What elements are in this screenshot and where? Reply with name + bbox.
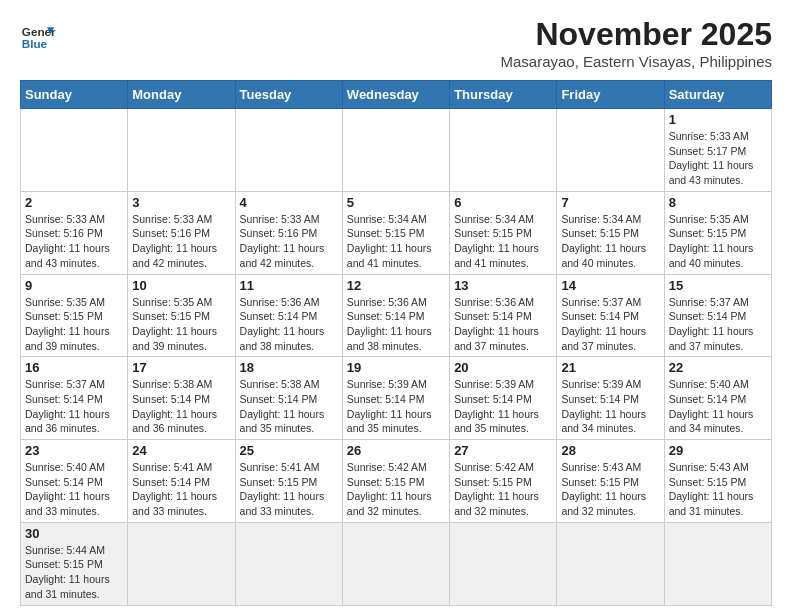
- day-info: Sunrise: 5:33 AMSunset: 5:17 PMDaylight:…: [669, 129, 767, 188]
- calendar-week-row: 2Sunrise: 5:33 AMSunset: 5:16 PMDaylight…: [21, 191, 772, 274]
- day-number: 7: [561, 195, 659, 210]
- day-info: Sunrise: 5:36 AMSunset: 5:14 PMDaylight:…: [454, 295, 552, 354]
- day-number: 8: [669, 195, 767, 210]
- calendar-day-cell: 23Sunrise: 5:40 AMSunset: 5:14 PMDayligh…: [21, 440, 128, 523]
- calendar-day-cell: 30Sunrise: 5:44 AMSunset: 5:15 PMDayligh…: [21, 522, 128, 605]
- calendar-day-cell: [664, 522, 771, 605]
- day-info: Sunrise: 5:42 AMSunset: 5:15 PMDaylight:…: [454, 460, 552, 519]
- calendar-week-row: 23Sunrise: 5:40 AMSunset: 5:14 PMDayligh…: [21, 440, 772, 523]
- calendar-day-cell: 21Sunrise: 5:39 AMSunset: 5:14 PMDayligh…: [557, 357, 664, 440]
- day-number: 4: [240, 195, 338, 210]
- day-number: 25: [240, 443, 338, 458]
- day-info: Sunrise: 5:43 AMSunset: 5:15 PMDaylight:…: [561, 460, 659, 519]
- calendar-day-cell: 4Sunrise: 5:33 AMSunset: 5:16 PMDaylight…: [235, 191, 342, 274]
- calendar-day-cell: 20Sunrise: 5:39 AMSunset: 5:14 PMDayligh…: [450, 357, 557, 440]
- day-info: Sunrise: 5:41 AMSunset: 5:15 PMDaylight:…: [240, 460, 338, 519]
- day-info: Sunrise: 5:34 AMSunset: 5:15 PMDaylight:…: [561, 212, 659, 271]
- calendar-day-cell: [235, 522, 342, 605]
- day-info: Sunrise: 5:39 AMSunset: 5:14 PMDaylight:…: [561, 377, 659, 436]
- day-number: 3: [132, 195, 230, 210]
- day-info: Sunrise: 5:40 AMSunset: 5:14 PMDaylight:…: [669, 377, 767, 436]
- calendar-day-cell: 25Sunrise: 5:41 AMSunset: 5:15 PMDayligh…: [235, 440, 342, 523]
- calendar-day-cell: 7Sunrise: 5:34 AMSunset: 5:15 PMDaylight…: [557, 191, 664, 274]
- calendar-day-cell: 13Sunrise: 5:36 AMSunset: 5:14 PMDayligh…: [450, 274, 557, 357]
- calendar-week-row: 1Sunrise: 5:33 AMSunset: 5:17 PMDaylight…: [21, 109, 772, 192]
- calendar-day-cell: [557, 109, 664, 192]
- calendar-day-cell: 1Sunrise: 5:33 AMSunset: 5:17 PMDaylight…: [664, 109, 771, 192]
- day-info: Sunrise: 5:35 AMSunset: 5:15 PMDaylight:…: [25, 295, 123, 354]
- calendar-day-cell: [557, 522, 664, 605]
- day-number: 6: [454, 195, 552, 210]
- calendar-day-cell: 28Sunrise: 5:43 AMSunset: 5:15 PMDayligh…: [557, 440, 664, 523]
- day-number: 28: [561, 443, 659, 458]
- calendar-day-cell: 14Sunrise: 5:37 AMSunset: 5:14 PMDayligh…: [557, 274, 664, 357]
- weekday-header: Sunday: [21, 81, 128, 109]
- calendar-day-cell: 9Sunrise: 5:35 AMSunset: 5:15 PMDaylight…: [21, 274, 128, 357]
- day-info: Sunrise: 5:43 AMSunset: 5:15 PMDaylight:…: [669, 460, 767, 519]
- day-info: Sunrise: 5:40 AMSunset: 5:14 PMDaylight:…: [25, 460, 123, 519]
- weekday-header: Wednesday: [342, 81, 449, 109]
- day-number: 20: [454, 360, 552, 375]
- day-number: 5: [347, 195, 445, 210]
- day-number: 10: [132, 278, 230, 293]
- logo: General Blue: [20, 20, 56, 56]
- day-info: Sunrise: 5:36 AMSunset: 5:14 PMDaylight:…: [347, 295, 445, 354]
- calendar-day-cell: [342, 522, 449, 605]
- day-number: 2: [25, 195, 123, 210]
- day-info: Sunrise: 5:35 AMSunset: 5:15 PMDaylight:…: [669, 212, 767, 271]
- calendar-day-cell: 18Sunrise: 5:38 AMSunset: 5:14 PMDayligh…: [235, 357, 342, 440]
- day-number: 21: [561, 360, 659, 375]
- day-number: 24: [132, 443, 230, 458]
- day-info: Sunrise: 5:38 AMSunset: 5:14 PMDaylight:…: [132, 377, 230, 436]
- logo-icon: General Blue: [20, 20, 56, 56]
- calendar-day-cell: 22Sunrise: 5:40 AMSunset: 5:14 PMDayligh…: [664, 357, 771, 440]
- day-info: Sunrise: 5:33 AMSunset: 5:16 PMDaylight:…: [25, 212, 123, 271]
- calendar-week-row: 9Sunrise: 5:35 AMSunset: 5:15 PMDaylight…: [21, 274, 772, 357]
- day-info: Sunrise: 5:42 AMSunset: 5:15 PMDaylight:…: [347, 460, 445, 519]
- weekday-header: Thursday: [450, 81, 557, 109]
- day-number: 27: [454, 443, 552, 458]
- day-info: Sunrise: 5:39 AMSunset: 5:14 PMDaylight:…: [347, 377, 445, 436]
- calendar-day-cell: 10Sunrise: 5:35 AMSunset: 5:15 PMDayligh…: [128, 274, 235, 357]
- day-info: Sunrise: 5:37 AMSunset: 5:14 PMDaylight:…: [669, 295, 767, 354]
- calendar-day-cell: 12Sunrise: 5:36 AMSunset: 5:14 PMDayligh…: [342, 274, 449, 357]
- calendar-day-cell: 24Sunrise: 5:41 AMSunset: 5:14 PMDayligh…: [128, 440, 235, 523]
- calendar-day-cell: 6Sunrise: 5:34 AMSunset: 5:15 PMDaylight…: [450, 191, 557, 274]
- day-number: 18: [240, 360, 338, 375]
- day-number: 30: [25, 526, 123, 541]
- day-number: 12: [347, 278, 445, 293]
- calendar-day-cell: 27Sunrise: 5:42 AMSunset: 5:15 PMDayligh…: [450, 440, 557, 523]
- calendar-day-cell: [128, 109, 235, 192]
- calendar-day-cell: 26Sunrise: 5:42 AMSunset: 5:15 PMDayligh…: [342, 440, 449, 523]
- page-title: November 2025: [500, 16, 772, 53]
- calendar-day-cell: [450, 522, 557, 605]
- day-number: 26: [347, 443, 445, 458]
- day-info: Sunrise: 5:44 AMSunset: 5:15 PMDaylight:…: [25, 543, 123, 602]
- day-info: Sunrise: 5:36 AMSunset: 5:14 PMDaylight:…: [240, 295, 338, 354]
- calendar-day-cell: 15Sunrise: 5:37 AMSunset: 5:14 PMDayligh…: [664, 274, 771, 357]
- day-number: 13: [454, 278, 552, 293]
- day-number: 1: [669, 112, 767, 127]
- page-subtitle: Masarayao, Eastern Visayas, Philippines: [500, 53, 772, 70]
- weekday-header: Saturday: [664, 81, 771, 109]
- calendar-day-cell: 5Sunrise: 5:34 AMSunset: 5:15 PMDaylight…: [342, 191, 449, 274]
- calendar-week-row: 16Sunrise: 5:37 AMSunset: 5:14 PMDayligh…: [21, 357, 772, 440]
- day-info: Sunrise: 5:37 AMSunset: 5:14 PMDaylight:…: [561, 295, 659, 354]
- calendar-day-cell: 19Sunrise: 5:39 AMSunset: 5:14 PMDayligh…: [342, 357, 449, 440]
- calendar-day-cell: [450, 109, 557, 192]
- calendar-day-cell: [342, 109, 449, 192]
- calendar-day-cell: 17Sunrise: 5:38 AMSunset: 5:14 PMDayligh…: [128, 357, 235, 440]
- title-block: November 2025 Masarayao, Eastern Visayas…: [500, 16, 772, 70]
- day-number: 15: [669, 278, 767, 293]
- day-number: 29: [669, 443, 767, 458]
- day-number: 16: [25, 360, 123, 375]
- calendar-day-cell: 11Sunrise: 5:36 AMSunset: 5:14 PMDayligh…: [235, 274, 342, 357]
- weekday-header: Tuesday: [235, 81, 342, 109]
- day-info: Sunrise: 5:35 AMSunset: 5:15 PMDaylight:…: [132, 295, 230, 354]
- day-number: 14: [561, 278, 659, 293]
- day-info: Sunrise: 5:37 AMSunset: 5:14 PMDaylight:…: [25, 377, 123, 436]
- day-info: Sunrise: 5:33 AMSunset: 5:16 PMDaylight:…: [132, 212, 230, 271]
- day-number: 17: [132, 360, 230, 375]
- calendar-day-cell: 16Sunrise: 5:37 AMSunset: 5:14 PMDayligh…: [21, 357, 128, 440]
- weekday-header: Friday: [557, 81, 664, 109]
